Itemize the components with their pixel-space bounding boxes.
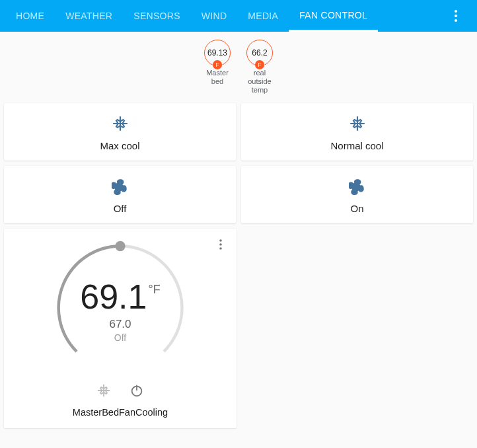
badge-outside-temp[interactable]: 66.2 F real outside temp [241,40,278,95]
tab-sensors[interactable]: SENSORS [123,0,191,32]
current-temp: 69.1 °F [80,280,160,314]
badge-unit: F [255,60,264,69]
fan-icon [112,178,129,198]
thermostat-controls [4,383,237,400]
card-label: Max cool [100,140,139,151]
thermostat-more-icon[interactable] [210,234,231,255]
action-grid: Max cool Normal cool Off On [0,100,477,226]
fan-icon [349,178,366,198]
card-label: On [350,203,363,214]
setpoint-temp: 67.0 [109,318,131,331]
badge-value-text: 66.2 [252,48,267,57]
card-on[interactable]: On [241,166,473,223]
svg-point-2 [455,19,457,22]
tab-fan-control[interactable]: FAN CONTROL [289,0,378,32]
svg-point-1 [455,15,457,17]
tab-weather[interactable]: WEATHER [55,0,123,32]
badge-unit: F [213,60,222,69]
cool-mode-icon[interactable] [96,383,111,400]
thermostat-name: MasterBedFanCooling [4,407,237,418]
svg-point-4 [219,243,222,246]
top-nav-bar: HOME WEATHER SENSORS WIND MEDIA FAN CONT… [0,0,477,32]
sensor-badges: 69.13 F Master bed 66.2 F real outside t… [0,32,477,100]
current-temp-value: 69.1 [80,280,147,314]
badge-value-text: 69.13 [207,48,227,57]
thermostat-card: 69.1 °F 67.0 Off MasterBedFanCooling [4,229,237,428]
badge-label: real outside temp [241,69,278,95]
badge-label: Master bed [199,69,236,86]
svg-point-3 [219,239,222,242]
badge-value: 69.13 F [204,40,231,66]
badge-master-bed[interactable]: 69.13 F Master bed [199,40,236,95]
temp-unit: °F [149,283,161,295]
card-label: Normal cool [330,140,383,151]
snowflake-icon [349,115,366,135]
mode-label: Off [114,332,126,343]
card-label: Off [114,203,127,214]
tab-home[interactable]: HOME [5,0,55,32]
tab-wind[interactable]: WIND [191,0,238,32]
card-off[interactable]: Off [4,166,236,223]
card-normal-cool[interactable]: Normal cool [241,103,473,161]
svg-point-5 [219,247,222,250]
badge-value: 66.2 F [246,40,273,66]
thermostat-dial[interactable]: 69.1 °F 67.0 Off [48,235,193,381]
tab-media[interactable]: MEDIA [237,0,289,32]
svg-point-0 [455,10,457,13]
tab-strip: HOME WEATHER SENSORS WIND MEDIA FAN CONT… [5,0,378,32]
dial-readout: 69.1 °F 67.0 Off [48,235,193,381]
power-icon[interactable] [129,383,144,400]
overflow-menu-icon[interactable] [443,0,469,32]
snowflake-icon [112,115,129,135]
card-max-cool[interactable]: Max cool [4,103,236,161]
